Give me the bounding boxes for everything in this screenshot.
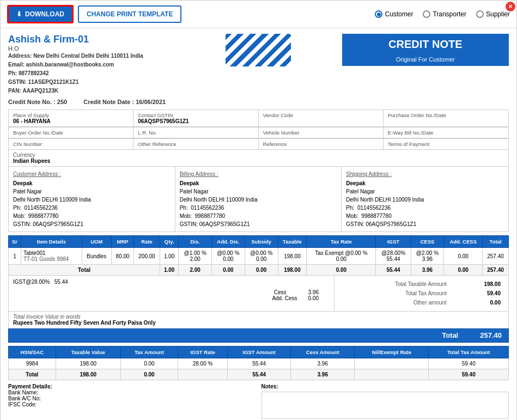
shipping-phone: Ph: 01145562236 — [346, 204, 504, 212]
items-table: Sr Item Details UOM MRP Rate Qty. Dis. A… — [8, 235, 509, 276]
other-amount-value: 0.00 — [450, 299, 503, 307]
summary-table: Total Taxable Amount 198.00 Total Tax Am… — [339, 279, 504, 308]
notes-box[interactable] — [261, 392, 509, 419]
total-igst: 55.44 — [376, 265, 411, 276]
download-button[interactable]: ⬇ DOWNLOAD — [7, 5, 74, 23]
billing-address-cell: Billing Address : Deepak Patel Nagar Del… — [175, 167, 342, 232]
row-mrp: 80.00 — [112, 248, 134, 265]
radio-transporter-circle[interactable] — [423, 10, 430, 18]
vehicle-number-cell: Vehicle Number — [259, 127, 384, 138]
radio-customer[interactable]: Customer — [375, 10, 413, 18]
company-info: Ashish & Firm-01 H.O Address: New Delhi … — [8, 34, 175, 95]
items-table-header: Sr Item Details UOM MRP Rate Qty. Dis. A… — [9, 236, 509, 248]
place-of-supply-value: 06 - HARYANA — [13, 118, 129, 124]
billing-area: Patel Nagar — [180, 187, 337, 196]
hsn-col-igst-amt: IGST Amount — [228, 346, 291, 358]
bank-name-label: Bank Name: — [8, 389, 256, 395]
hsn-col-tax-amt: Tax Amount — [120, 346, 178, 358]
other-ref-label: Other Reference — [138, 141, 253, 147]
doc-subtitle: Original For Customer — [342, 55, 509, 66]
row-sr: 1 — [9, 248, 21, 265]
col-mrp: MRP — [112, 236, 134, 248]
total-add-dis: 0.00 — [212, 265, 245, 276]
hsn-total-igst-rate — [178, 369, 228, 380]
cess-value: 3.96 — [308, 289, 319, 295]
billing-name: Deepak — [180, 179, 337, 187]
igst-value: 55.44 — [54, 279, 68, 285]
col-tax-rate: Tax Rate — [307, 236, 376, 248]
customer-name: Deepak — [13, 179, 171, 187]
hsn-col-total-tax: Total Tax Amount — [429, 346, 509, 358]
hsn-cess-amt: 3.96 — [291, 358, 355, 369]
total-tax-label: Total Tax Amount — [340, 289, 449, 297]
radio-supplier-circle[interactable] — [476, 10, 484, 18]
col-uom: UOM — [82, 236, 112, 248]
reference-label: Reference — [263, 141, 379, 147]
info-grid-2: Buyer Order No./Date L.R. No. Vehicle Nu… — [8, 127, 509, 138]
terms-label: Terms of Payment — [388, 141, 504, 147]
bank-ac-label: Bank A/C No: — [8, 395, 256, 401]
company-gstin: 11ASEPQ2121K1Z1 — [28, 79, 79, 85]
payment-label: Payment Details: — [8, 384, 256, 389]
address-section: Customer Address : Deepak Patel Nagar De… — [8, 167, 509, 232]
shipping-area: Patel Nagar — [346, 187, 504, 196]
place-of-supply-label: Place of Supply — [13, 112, 129, 118]
hsn-col-igst-rate: IGST Rate — [178, 346, 228, 358]
grand-total-value: 257.40 — [480, 331, 502, 339]
company-name: Ashish & Firm-01 — [8, 34, 175, 45]
notes-section: Notes: — [261, 384, 509, 419]
cin-label: CIN Number: — [13, 141, 129, 147]
words-section: Total Invoice Value in words Rupees Two … — [8, 312, 509, 328]
hsn-total-taxable: 198.00 — [56, 369, 120, 380]
summary-section: IGST@28.00% 55.44 Cess 3.96 Add. Cess 0.… — [8, 276, 509, 312]
hsn-total-nil-rate — [355, 369, 429, 380]
radio-customer-label: Customer — [385, 10, 413, 18]
hsn-table: HSN/SAC Taxable Value Tax Amount IGST Ra… — [8, 346, 509, 380]
radio-transporter-label: Transporter — [433, 10, 466, 18]
radio-supplier[interactable]: Supplier — [476, 10, 510, 18]
col-item: Item Details — [21, 236, 82, 248]
customer-address-cell: Customer Address : Deepak Patel Nagar De… — [9, 167, 175, 232]
buyer-order-label: Buyer Order No./Date — [13, 130, 129, 136]
total-taxable-value: 198.00 — [450, 280, 503, 288]
eway-bill-label: E-Way Bill No./Date — [388, 130, 504, 136]
currency-section: Currency Indian Rupees — [8, 150, 509, 167]
customer-gstin-row: GSTIN: 06AQSPS7965G1Z1 — [13, 220, 171, 228]
close-button[interactable]: × — [506, 2, 515, 11]
change-template-button[interactable]: CHANGE PRINT TEMPLATE — [78, 5, 181, 23]
words-value: Rupees Two Hundred Fifty Seven And Forty… — [13, 320, 504, 326]
total-row-total: 257.40 — [483, 265, 509, 276]
add-cess-label: Add. Cess — [272, 295, 297, 301]
igst-summary: IGST@28.00% 55.44 — [13, 279, 330, 285]
vendor-code-cell: Vendor Code — [259, 110, 384, 127]
total-taxable: 198.00 — [278, 265, 307, 276]
customer-address-label: Customer Address : — [13, 170, 171, 178]
grand-total-bar: Total 257.40 — [8, 328, 509, 343]
place-of-supply-cell: Place of Supply 06 - HARYANA — [9, 110, 133, 127]
col-taxable: Taxable — [278, 236, 307, 248]
billing-phone: Ph: 01145562236 — [180, 204, 337, 212]
cin-cell: CIN Number: — [9, 139, 133, 150]
row-subsidy: @0.00 %0.00 — [245, 248, 278, 265]
row-total: 257.40 — [483, 248, 509, 265]
radio-supplier-label: Supplier — [486, 10, 510, 18]
total-add-cess: 0.00 — [444, 265, 483, 276]
hsn-igst-amt: 55.44 — [228, 358, 291, 369]
vehicle-number-label: Vehicle Number — [263, 130, 379, 136]
hsn-9984: 9984 — [9, 358, 56, 369]
hsn-col-taxable: Taxable Value — [56, 346, 120, 358]
radio-transporter[interactable]: Transporter — [423, 10, 466, 18]
row-rate: 200.00 — [134, 248, 160, 265]
shipping-city: Delhi North DELHI 110009 India — [346, 196, 504, 204]
company-email: ashish.baranwal@hostbooks.com — [26, 62, 114, 68]
top-bar-right: Customer Transporter Supplier — [375, 10, 510, 18]
total-label: Total — [9, 265, 160, 276]
igst-label: IGST@28.00% — [13, 279, 50, 285]
customer-area: Patel Nagar — [13, 187, 171, 196]
col-total: Total — [483, 236, 509, 248]
radio-customer-circle[interactable] — [375, 10, 382, 18]
summary-left: IGST@28.00% 55.44 Cess 3.96 Add. Cess 0.… — [9, 276, 334, 311]
col-cess: CESS — [411, 236, 444, 248]
purchase-order-cell: Purchase Order No./Date — [384, 110, 508, 127]
customer-phone: Ph: 01145562236 — [13, 204, 171, 212]
